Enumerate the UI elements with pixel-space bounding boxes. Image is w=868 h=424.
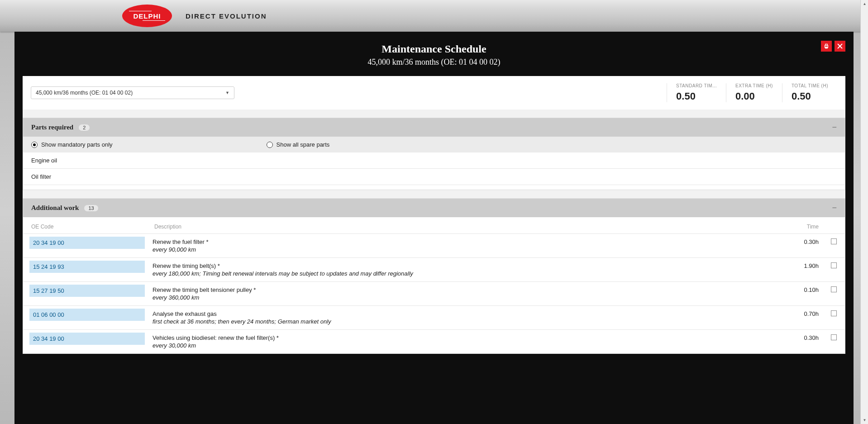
scroll-up-arrow-icon[interactable]: ▲ [861,0,868,8]
time-summary: STANDARD TIM... 0.50 EXTRA TIME (H) 0.00… [667,83,837,102]
extra-time-label: EXTRA TIME (H) [735,83,773,88]
work-row: 15 27 19 50Renew the timing belt tension… [23,281,845,305]
product-name: DIRECT EVOLUTION [186,12,267,20]
col-desc-header: Description [154,224,778,230]
oe-code-badge[interactable]: 01 06 00 00 [29,309,145,321]
work-time: 0.10h [778,286,819,293]
work-checkbox-cell [819,310,837,318]
col-oe-header: OE Code [31,224,154,230]
work-description: Analyse the exhaust gasfirst check at 36… [153,310,778,325]
work-description: Vehicles using biodiesel: renew the fuel… [153,334,778,349]
oe-code-badge[interactable]: 20 34 19 00 [29,237,145,249]
service-select[interactable]: 45,000 km/36 months (OE: 01 04 00 02) ▼ [31,86,234,99]
service-select-value: 45,000 km/36 months (OE: 01 04 00 02) [36,90,133,96]
work-description: Renew the timing belt tensioner pulley *… [153,286,778,301]
chevron-down-icon: ▼ [225,91,229,95]
work-time: 1.90h [778,262,819,269]
radio-unchecked-icon [267,142,273,148]
radio-show-all[interactable]: Show all spare parts [267,141,330,148]
collapse-icon[interactable]: − [832,123,837,132]
svg-rect-1 [825,44,828,45]
work-panel-title: Additional work [31,204,79,212]
page-title: Maintenance Schedule [28,43,840,55]
work-checkbox[interactable] [831,310,837,316]
work-checkbox[interactable] [831,334,837,340]
work-row: 20 34 19 00Vehicles using biodiesel: ren… [23,329,845,353]
work-checkbox[interactable] [831,238,837,244]
part-row[interactable]: Engine oil [23,152,845,169]
work-row: 15 24 19 93Renew the timing belt(s) *eve… [23,257,845,281]
standard-time-label: STANDARD TIM... [676,83,717,88]
radio-mandatory-label: Show mandatory parts only [41,141,113,148]
page-subtitle: 45,000 km/36 months (OE: 01 04 00 02) [28,57,840,67]
radio-mandatory-only[interactable]: Show mandatory parts only [31,141,113,148]
total-time-label: TOTAL TIME (H) [792,83,828,88]
parts-panel: Parts required 2 − Show mandatory parts … [23,118,845,190]
brand-logo: DELPHI [122,5,172,27]
work-checkbox-cell [819,238,837,246]
scroll-down-arrow-icon[interactable]: ▼ [861,416,868,424]
parts-count-badge: 2 [79,124,90,131]
radio-checked-icon [31,142,38,148]
parts-panel-title: Parts required [31,124,73,131]
work-description: Renew the timing belt(s) *every 180,000 … [153,262,778,277]
work-panel-header[interactable]: Additional work 13 − [23,199,845,217]
main-container: Maintenance Schedule 45,000 km/36 months… [14,32,854,424]
work-row: 20 34 19 00Renew the fuel filter *every … [23,233,845,257]
radio-all-label: Show all spare parts [277,141,330,148]
header-actions [821,41,845,52]
work-checkbox-cell [819,262,837,270]
work-count-badge: 13 [84,205,98,211]
work-checkbox[interactable] [831,286,837,292]
top-bar: DELPHI DIRECT EVOLUTION [0,0,868,32]
oe-code-badge[interactable]: 15 27 19 50 [29,285,145,297]
work-time: 0.30h [778,238,819,245]
work-table-header: OE Code Description Time [23,217,845,233]
collapse-icon[interactable]: − [832,203,837,213]
work-checkbox-cell [819,334,837,342]
standard-time-value: 0.50 [676,91,717,102]
close-button[interactable] [835,41,845,52]
extra-time-value: 0.00 [735,91,773,102]
brand-logo-text: DELPHI [133,12,161,20]
work-checkbox[interactable] [831,262,837,268]
col-time-header: Time [778,224,819,230]
work-checkbox-cell [819,286,837,294]
work-time: 0.70h [778,310,819,317]
oe-code-badge[interactable]: 20 34 19 00 [29,333,145,345]
content-body: Parts required 2 − Show mandatory parts … [23,110,845,354]
additional-work-panel: Additional work 13 − OE Code Description… [23,198,845,354]
parts-filter-row: Show mandatory parts only Show all spare… [23,137,845,152]
logo-wrap: DELPHI DIRECT EVOLUTION [122,5,267,27]
parts-panel-header[interactable]: Parts required 2 − [23,118,845,137]
work-time: 0.30h [778,334,819,341]
part-row[interactable]: Oil filter [23,169,845,185]
print-button[interactable] [821,41,832,52]
svg-rect-2 [825,47,828,48]
page-header: Maintenance Schedule 45,000 km/36 months… [14,32,854,76]
work-row: 01 06 00 00Analyse the exhaust gasfirst … [23,305,845,329]
total-time-value: 0.50 [792,91,828,102]
vertical-scrollbar[interactable]: ▲ ▼ [860,0,868,424]
work-description: Renew the fuel filter *every 90,000 km [153,238,778,253]
oe-code-badge[interactable]: 15 24 19 93 [29,261,145,273]
control-strip: 45,000 km/36 months (OE: 01 04 00 02) ▼ … [23,76,845,110]
